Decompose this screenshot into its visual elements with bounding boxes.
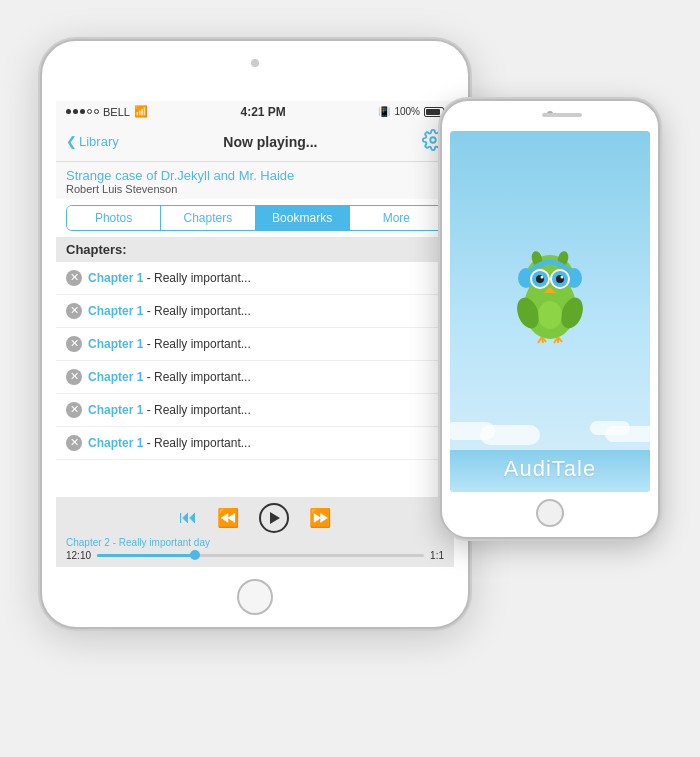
chapter-text-5: Chapter 1 - Really important... — [88, 403, 251, 417]
iphone-speaker — [542, 113, 582, 117]
dot-1 — [66, 109, 71, 114]
carrier-label: BELL — [103, 106, 130, 118]
scene: BELL 📶 4:21 PM 📳 100% ❮ — [20, 19, 680, 739]
chapter-item-1: ✕ Chapter 1 - Really important... — [56, 262, 454, 295]
signal-dots — [66, 109, 99, 114]
progress-row: 12:10 1:1 — [66, 550, 444, 561]
chapter-text-2: Chapter 1 - Really important... — [88, 304, 251, 318]
owl-illustration — [500, 235, 600, 345]
chapter-item-2: ✕ Chapter 1 - Really important... — [56, 295, 454, 328]
chapter-item-5: ✕ Chapter 1 - Really important... — [56, 394, 454, 427]
tab-photos[interactable]: Photos — [67, 206, 161, 230]
iphone-home-button[interactable] — [536, 499, 564, 527]
battery-icon — [424, 107, 444, 117]
chapter-text-4: Chapter 1 - Really important... — [88, 370, 251, 384]
svg-point-14 — [561, 276, 564, 279]
chapter-list-wrapper: ✕ Chapter 1 - Really important... ✕ Chap… — [56, 262, 454, 497]
chapter-link-4[interactable]: Chapter 1 — [88, 370, 143, 384]
chapter-item-4: ✕ Chapter 1 - Really important... — [56, 361, 454, 394]
fast-forward-button[interactable]: ⏩ — [309, 507, 331, 529]
chapter-link-2[interactable]: Chapter 1 — [88, 304, 143, 318]
status-right: 📳 100% — [378, 106, 444, 117]
tab-more[interactable]: More — [350, 206, 443, 230]
remove-button-5[interactable]: ✕ — [66, 402, 82, 418]
chapter-list: ✕ Chapter 1 - Really important... ✕ Chap… — [56, 262, 454, 460]
dot-3 — [80, 109, 85, 114]
battery-label: 100% — [394, 106, 420, 117]
nav-bar: ❮ Library Now playing... — [56, 123, 454, 162]
book-author: Robert Luis Stevenson — [66, 183, 444, 195]
svg-point-24 — [538, 301, 562, 329]
player-controls: ⏮ ⏪ ⏩ — [66, 503, 444, 533]
back-button[interactable]: ❮ Library — [66, 134, 119, 149]
wifi-icon: 📶 — [134, 105, 148, 118]
play-icon — [270, 512, 280, 524]
rewind-to-start-button[interactable]: ⏮ — [179, 507, 197, 528]
progress-bar[interactable] — [97, 554, 424, 557]
iphone-screen: AudiTale — [450, 131, 650, 492]
status-left: BELL 📶 — [66, 105, 148, 118]
app-name-label: AudiTale — [450, 450, 650, 492]
ipad: BELL 📶 4:21 PM 📳 100% ❮ — [40, 39, 470, 629]
chapter-link-1[interactable]: Chapter 1 — [88, 271, 143, 285]
ipad-screen: BELL 📶 4:21 PM 📳 100% ❮ — [56, 101, 454, 567]
chapter-item-6: ✕ Chapter 1 - Really important... — [56, 427, 454, 460]
ipad-home-button[interactable] — [237, 579, 273, 615]
owl-scene — [450, 131, 650, 450]
battery-fill — [426, 109, 440, 115]
back-label: Library — [79, 134, 119, 149]
dot-5 — [94, 109, 99, 114]
ipad-display: BELL 📶 4:21 PM 📳 100% ❮ — [56, 101, 454, 567]
clouds — [450, 410, 650, 450]
remove-button-1[interactable]: ✕ — [66, 270, 82, 286]
tab-chapters[interactable]: Chapters — [161, 206, 255, 230]
remove-button-2[interactable]: ✕ — [66, 303, 82, 319]
book-title: Strange case of Dr.Jekyll and Mr. Haide — [66, 168, 444, 183]
iphone: AudiTale — [440, 99, 660, 539]
chapter-text-1: Chapter 1 - Really important... — [88, 271, 251, 285]
chapter-link-6[interactable]: Chapter 1 — [88, 436, 143, 450]
rewind-button[interactable]: ⏪ — [217, 507, 239, 529]
chapters-header: Chapters: — [56, 237, 454, 262]
svg-point-0 — [430, 137, 436, 143]
bluetooth-icon: 📳 — [378, 106, 390, 117]
chapter-text-6: Chapter 1 - Really important... — [88, 436, 251, 450]
nav-title: Now playing... — [223, 134, 317, 150]
cloud-4 — [590, 421, 630, 435]
svg-point-13 — [541, 276, 544, 279]
remove-button-3[interactable]: ✕ — [66, 336, 82, 352]
status-time: 4:21 PM — [240, 105, 285, 119]
progress-thumb — [190, 550, 200, 560]
tab-bar: Photos Chapters Bookmarks More — [66, 205, 444, 231]
player-bar: ⏮ ⏪ ⏩ Chapter 2 - Really important day 1… — [56, 497, 454, 567]
status-bar: BELL 📶 4:21 PM 📳 100% — [56, 101, 454, 123]
back-chevron-icon: ❮ — [66, 134, 77, 149]
progress-fill — [97, 554, 195, 557]
remove-button-6[interactable]: ✕ — [66, 435, 82, 451]
tab-bookmarks[interactable]: Bookmarks — [256, 206, 350, 230]
chapter-link-5[interactable]: Chapter 1 — [88, 403, 143, 417]
remove-button-4[interactable]: ✕ — [66, 369, 82, 385]
chapter-text-3: Chapter 1 - Really important... — [88, 337, 251, 351]
time-remaining: 1:1 — [430, 550, 444, 561]
ipad-camera — [251, 59, 259, 67]
book-info: Strange case of Dr.Jekyll and Mr. Haide … — [56, 162, 454, 199]
now-playing-label: Chapter 2 - Really important day — [66, 537, 444, 548]
chapter-link-3[interactable]: Chapter 1 — [88, 337, 143, 351]
chapter-item-3: ✕ Chapter 1 - Really important... — [56, 328, 454, 361]
play-button[interactable] — [259, 503, 289, 533]
time-current: 12:10 — [66, 550, 91, 561]
dot-2 — [73, 109, 78, 114]
dot-4 — [87, 109, 92, 114]
cloud-2 — [480, 425, 540, 445]
